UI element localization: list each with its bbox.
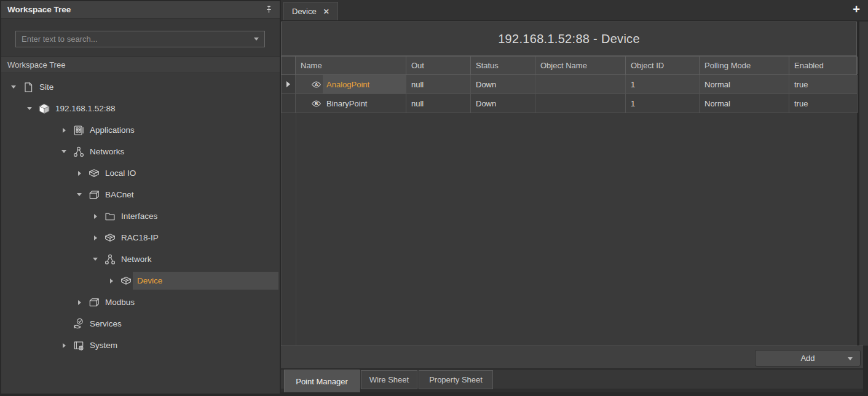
add-dropdown-icon[interactable] bbox=[848, 357, 853, 360]
applications-icon bbox=[73, 124, 85, 137]
workspace-tree-panel-header: Workspace Tree bbox=[1, 1, 280, 18]
cell-enabled[interactable]: true bbox=[789, 75, 858, 94]
tree-item-modbus[interactable]: Modbus bbox=[1, 293, 280, 311]
tree-item-local-io[interactable]: Local IO bbox=[1, 164, 280, 182]
tab-label: Device bbox=[292, 7, 317, 16]
cell-object-name[interactable] bbox=[535, 75, 626, 94]
cell-status[interactable]: Down bbox=[471, 94, 535, 113]
tree-root-header: Workspace Tree bbox=[1, 57, 280, 73]
search-input[interactable]: Enter text to search... bbox=[15, 31, 265, 47]
table-header: Name Out Status Object Name Object ID Po… bbox=[281, 56, 857, 75]
cell-object-name[interactable] bbox=[535, 94, 626, 113]
expander-expanded-icon[interactable] bbox=[74, 193, 84, 196]
add-button[interactable]: Add bbox=[755, 350, 861, 366]
cell-enabled[interactable]: true bbox=[789, 94, 858, 113]
main-panel: Device ✕ + 192.168.1.52:88 - Device Name… bbox=[281, 0, 868, 396]
tree-item-applications[interactable]: Applications bbox=[1, 121, 280, 139]
analog-point-icon: A bbox=[310, 79, 322, 90]
tab-property-sheet[interactable]: Property Sheet bbox=[419, 370, 493, 389]
tree-item-system[interactable]: System bbox=[1, 336, 280, 354]
tab-point-manager[interactable]: Point Manager bbox=[284, 370, 360, 392]
column-header-polling-mode[interactable]: Polling Mode bbox=[700, 57, 789, 74]
expander-collapsed-icon[interactable] bbox=[74, 171, 84, 176]
column-header-object-id[interactable]: Object ID bbox=[626, 57, 700, 74]
column-header-status[interactable]: Status bbox=[471, 57, 535, 74]
cell-name[interactable]: B BinaryPoint bbox=[296, 94, 406, 113]
table-footer: Add bbox=[281, 346, 863, 369]
cell-object-id[interactable]: 1 bbox=[626, 75, 700, 94]
column-header-enabled[interactable]: Enabled bbox=[789, 57, 858, 74]
view-title: 192.168.1.52:88 - Device bbox=[498, 32, 640, 46]
cell-object-id[interactable]: 1 bbox=[626, 94, 700, 113]
workspace-tree-panel: Workspace Tree Enter text to search... W… bbox=[1, 1, 280, 394]
selector-column-divider bbox=[296, 113, 296, 346]
network-icon bbox=[104, 253, 116, 266]
controller-icon bbox=[38, 103, 50, 115]
cell-status[interactable]: Down bbox=[471, 75, 535, 94]
cell-out[interactable]: null bbox=[406, 94, 471, 113]
close-icon[interactable]: ✕ bbox=[323, 7, 329, 16]
tree-item-services[interactable]: Services bbox=[1, 315, 280, 333]
cell-polling-mode[interactable]: Normal bbox=[700, 75, 789, 94]
search-dropdown-icon[interactable] bbox=[254, 38, 259, 41]
expander-collapsed-icon[interactable] bbox=[59, 128, 69, 133]
pin-icon[interactable] bbox=[264, 5, 274, 14]
expander-collapsed-icon[interactable] bbox=[59, 343, 69, 348]
expander-expanded-icon[interactable] bbox=[25, 107, 34, 110]
new-tab-button[interactable]: + bbox=[853, 2, 860, 17]
cell-polling-mode[interactable]: Normal bbox=[700, 94, 789, 113]
selector-column-header bbox=[282, 57, 296, 74]
cell-name[interactable]: A AnalogPoint bbox=[296, 75, 406, 94]
column-header-name[interactable]: Name bbox=[296, 57, 406, 74]
tree-item-network[interactable]: Network bbox=[1, 250, 280, 268]
tree-item-host[interactable]: 192.168.1.52:88 bbox=[1, 100, 280, 117]
view-tab-bar: Point Manager Wire Sheet Property Sheet bbox=[281, 370, 863, 392]
tree-item-interfaces[interactable]: Interfaces bbox=[1, 207, 280, 225]
cell-out[interactable]: null bbox=[406, 75, 471, 94]
expander-expanded-icon[interactable] bbox=[59, 150, 69, 153]
io-module-icon bbox=[120, 275, 132, 287]
view-title-panel: 192.168.1.52:88 - Device bbox=[281, 22, 857, 56]
search-area: Enter text to search... bbox=[1, 18, 280, 57]
row-selected-icon bbox=[286, 81, 290, 87]
io-module-icon bbox=[88, 167, 100, 180]
tree-item-networks[interactable]: Networks bbox=[1, 143, 280, 160]
expander-expanded-icon[interactable] bbox=[90, 258, 100, 261]
table-empty-area bbox=[281, 113, 857, 346]
services-icon bbox=[73, 318, 85, 330]
network-icon bbox=[73, 146, 85, 158]
protocol-cube-icon bbox=[88, 189, 100, 201]
expander-collapsed-icon[interactable] bbox=[90, 236, 100, 240]
tree-item-rac18-ip[interactable]: RAC18-IP bbox=[1, 229, 280, 247]
tree-item-device[interactable]: Device bbox=[1, 272, 280, 290]
panel-title: Workspace Tree bbox=[7, 5, 264, 14]
expander-collapsed-icon[interactable] bbox=[106, 279, 116, 283]
table-row-binarypoint[interactable]: B BinaryPoint null Down 1 Normal true bbox=[281, 94, 857, 113]
protocol-cube-icon bbox=[88, 296, 100, 309]
system-icon bbox=[73, 339, 85, 352]
svg-text:A: A bbox=[315, 82, 318, 87]
tree-item-site[interactable]: Site bbox=[1, 78, 280, 96]
row-selector-cell[interactable] bbox=[282, 75, 296, 94]
folder-icon bbox=[104, 210, 116, 223]
expander-collapsed-icon[interactable] bbox=[90, 214, 100, 219]
workspace-tree: Site 192.168.1.52:88 Applications Networ… bbox=[1, 73, 280, 354]
io-module-icon bbox=[104, 232, 116, 244]
scrollbar-gutter[interactable] bbox=[858, 22, 868, 346]
row-selector-cell[interactable] bbox=[282, 94, 296, 113]
binary-point-icon: B bbox=[310, 98, 322, 109]
document-tab-bar: Device ✕ + bbox=[281, 0, 868, 20]
column-header-object-name[interactable]: Object Name bbox=[535, 57, 626, 74]
tab-device[interactable]: Device ✕ bbox=[283, 2, 338, 20]
tree-item-bacnet[interactable]: BACnet bbox=[1, 186, 280, 204]
tab-wire-sheet[interactable]: Wire Sheet bbox=[361, 370, 417, 389]
expander-expanded-icon[interactable] bbox=[9, 85, 18, 89]
expander-collapsed-icon[interactable] bbox=[74, 300, 84, 305]
svg-text:B: B bbox=[315, 101, 318, 106]
search-placeholder: Enter text to search... bbox=[22, 34, 254, 44]
column-header-out[interactable]: Out bbox=[406, 57, 471, 74]
document-icon bbox=[22, 81, 34, 93]
table-row-analogpoint[interactable]: A AnalogPoint null Down 1 Normal true bbox=[281, 75, 857, 94]
